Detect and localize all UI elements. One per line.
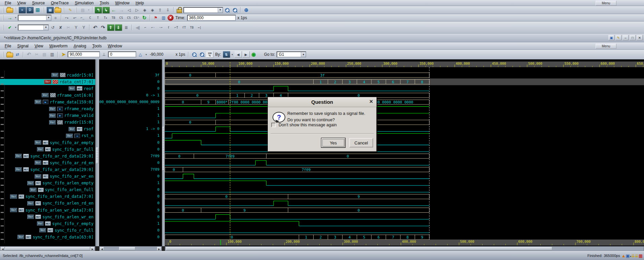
go-search-button[interactable]: → — [6, 14, 13, 21]
search-cs-prev-button[interactable]: CS — [125, 14, 133, 21]
signal-row-sync_fifo_ar_wr_en[interactable]: VerNETsync_fifo_ar_wr_en — [0, 173, 95, 179]
signal-row-sync_fifo_r_empty[interactable]: VerNETsync_fifo_r_empty — [0, 221, 95, 227]
menu-item-window[interactable]: Window — [112, 0, 132, 6]
edge-rise-button[interactable]: ⌐ — [142, 24, 149, 31]
diamond-up-button[interactable]: ◈ — [141, 7, 148, 13]
copy-page-caret[interactable]: ▾ — [87, 7, 91, 13]
time-input[interactable]: 365,000 — [187, 15, 236, 21]
signal-row-sync_fifo_arlen_empty[interactable]: VerNETsync_fifo_arlen_empty — [0, 180, 95, 186]
sync-view-button[interactable]: ⇄ — [14, 51, 21, 58]
compare-button[interactable]: ⊕ — [243, 7, 250, 13]
window-tool-capture-icon[interactable]: ▣ — [608, 35, 614, 40]
reload-signal-button[interactable]: ↺ — [49, 24, 57, 31]
page-prev-button[interactable]: ◀ — [235, 51, 242, 58]
nwave-titlebar[interactable]: *<nWave:2> /home/ICer/ic_prjs/mc/IC_PRJ/… — [0, 34, 644, 42]
prev-transition-button[interactable]: ◂⌐ — [71, 14, 78, 21]
new-register-window-button[interactable]: D — [26, 7, 34, 13]
layer-up-button[interactable]: ⇧ — [156, 7, 164, 13]
signal-value-pane[interactable]: 3f000 -> 10000_0000_0000_0000_0000_00091… — [99, 59, 162, 246]
bookmark-lock-button[interactable] — [176, 7, 183, 13]
fall-edge-button[interactable]: ⌐_ — [79, 14, 86, 21]
signal-row-sync_fifo_r_rd_data[interactable]: VerNETsync_fifo_r_rd_data[63:0] — [0, 234, 95, 240]
yes-button[interactable]: Yes — [321, 138, 345, 147]
window-tool-edit-icon[interactable]: ✎ — [615, 35, 621, 40]
minimize-button[interactable]: – — [622, 35, 629, 40]
marker-time-input[interactable]: 0 — [108, 51, 136, 57]
edge-fall-button[interactable]: ·⌐ — [157, 24, 165, 31]
open-session-button[interactable] — [54, 7, 62, 13]
diamond-down-button[interactable]: ◈ — [149, 7, 156, 13]
menu-item-window[interactable]: Window — [105, 43, 125, 49]
stop-search-button[interactable]: ● — [52, 14, 59, 21]
snap-button[interactable]: ◉ — [250, 51, 257, 58]
zoom-100-button[interactable]: 100% — [206, 51, 213, 58]
main-menu-overflow-button[interactable]: Menu — [596, 1, 616, 6]
merge-bus-button[interactable]: Y — [80, 24, 87, 31]
signal-row-rframe_cnt[interactable]: Verrframe_cnt[6:0] — [0, 92, 95, 98]
wave-hscrollbar[interactable] — [165, 246, 644, 251]
dialog-close-button[interactable]: ✕ — [369, 99, 373, 104]
menu-item-view[interactable]: View — [14, 0, 29, 6]
next-marker-button[interactable]: ↳ — [102, 7, 110, 13]
delta-caret[interactable]: ▾ — [144, 51, 148, 58]
menu-item-signal[interactable]: Signal — [14, 43, 31, 49]
signal-row-rraddr[interactable]: Verrraddr[15:0] — [0, 119, 95, 125]
dump2-icon[interactable]: ⇊ — [635, 253, 639, 258]
prev-marker-button[interactable]: ↰ — [95, 7, 102, 13]
delete-all-button[interactable]: ✘ — [168, 15, 174, 21]
search-tb-button[interactable]: TB — [110, 14, 117, 21]
hierarchy-button[interactable]: ⊞ — [34, 7, 41, 13]
copy-button[interactable]: ▤ — [41, 51, 48, 58]
goto-combo[interactable]: G1▼ — [277, 51, 306, 57]
signal-row-sync_fifo_arlen_rd_data[interactable]: VerNETsync_fifo_arlen_rd_data[7:0] — [0, 193, 95, 200]
copy-page-button[interactable]: ▤ — [79, 7, 86, 13]
next-load-button[interactable]: ▷ — [133, 7, 141, 13]
close-button[interactable]: ✕ — [637, 35, 643, 40]
signal-row-sync_fifo_arlen_rd_en[interactable]: VerNETsync_fifo_arlen_rd_en — [0, 200, 95, 206]
cut-button[interactable]: ✂ — [33, 51, 40, 58]
name-hscrollbar[interactable]: ◀ ▶ — [0, 246, 95, 251]
reorder-button[interactable]: ≣ — [122, 24, 130, 31]
signal-name-pane[interactable]: Verrcaddr[5:0]Verrdata_cnt[7:0]VerNETreo… — [0, 59, 95, 246]
cancel-button[interactable]: Cancel — [349, 138, 373, 147]
dialog-titlebar[interactable]: Question ✕ — [268, 97, 377, 107]
search-c-button[interactable]: C — [86, 14, 94, 21]
zoom-in-button[interactable]: + — [198, 51, 206, 58]
signal-group-combo[interactable]: ▼ — [18, 25, 49, 31]
menu-item-tools[interactable]: Tools — [97, 0, 112, 6]
edge-f-button[interactable]: ſ — [165, 24, 172, 31]
apply-signal-caret[interactable]: ▾ — [14, 24, 17, 31]
delta-button[interactable]: △ — [137, 51, 144, 58]
move-down-button[interactable]: ⇩ — [115, 24, 122, 31]
apply-signal-button[interactable]: ✔ — [6, 24, 13, 31]
search-cs-button[interactable]: CS — [117, 14, 125, 21]
edge-ft2-button[interactable]: ſT — [180, 24, 188, 31]
open-database-button[interactable] — [6, 7, 13, 13]
search-text-combo-caret-icon[interactable]: ▼ — [218, 8, 222, 12]
signal-row-sync_fifo_arlen_wr_data[interactable]: VerNETsync_fifo_arlen_wr_data[7:0] — [0, 207, 95, 213]
zoom-out-button[interactable]: – — [190, 51, 198, 58]
menu-item-view[interactable]: View — [32, 43, 46, 49]
signal-group-combo-caret-icon[interactable]: ▼ — [43, 25, 48, 30]
new-waveform-button[interactable]: ≈ — [19, 7, 26, 13]
signal-row-rframe_data[interactable]: Ver▶rframe_data[159:0] — [0, 99, 95, 105]
jump-start-button[interactable]: ◀ — [134, 24, 141, 31]
search-t-button[interactable]: T — [94, 14, 102, 21]
menu-item-waveform[interactable]: Waveform — [47, 43, 70, 49]
maximize-button[interactable]: □ — [630, 35, 636, 40]
redo-button[interactable]: ↷ — [99, 24, 107, 31]
undo-edit-button[interactable]: ↶ — [25, 51, 33, 58]
edge-rise2-button[interactable]: ⌐· — [149, 24, 157, 31]
signal-row-rframe_valid[interactable]: Ver▶rframe_valid — [0, 113, 95, 119]
go-search-caret[interactable]: ▾ — [14, 14, 17, 21]
signal-row-rsof[interactable]: VerNETrsof — [0, 126, 95, 132]
nav-back-button[interactable]: ← — [110, 7, 117, 13]
menu-item-file[interactable]: File — [2, 43, 14, 49]
move-up-button[interactable]: ⇧ — [107, 24, 114, 31]
signal-row-sync_fifo_arlen_full[interactable]: VerNETsync_fifo_arlen_full — [0, 187, 95, 193]
cursor-time-input[interactable]: 90,000 — [68, 51, 100, 57]
signal-row-rdata_cnt[interactable]: Verrdata_cnt[7:0] — [0, 79, 95, 85]
search-value-combo-caret-icon[interactable]: ▼ — [46, 15, 51, 20]
open-file-button[interactable] — [6, 51, 13, 58]
next-transition-button[interactable]: ⌐▸ — [63, 14, 71, 21]
